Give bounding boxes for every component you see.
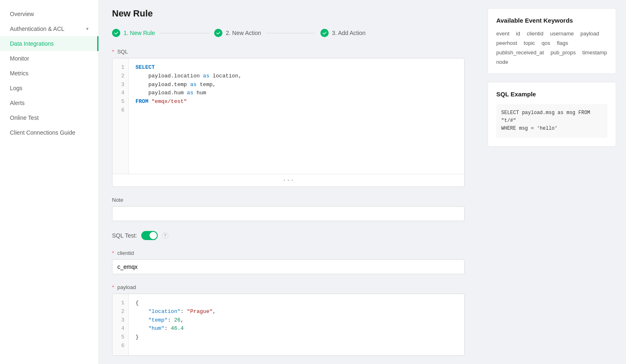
sidebar-item-auth[interactable]: Authentication & ACL ▾	[0, 21, 98, 36]
note-label: Note	[112, 197, 465, 203]
keyword-event[interactable]: event	[496, 30, 509, 37]
step-2: 2. New Action	[214, 29, 261, 37]
sql-editor-body: 123456 SELECT payload.location as locati…	[112, 58, 464, 174]
keyword-pub-props[interactable]: pub_props	[551, 49, 576, 56]
sidebar-item-online-test[interactable]: Online Test	[0, 110, 98, 125]
sidebar-label-auth: Authentication & ACL	[10, 26, 64, 32]
sidebar-label-online-test: Online Test	[10, 114, 39, 121]
sidebar-item-metrics[interactable]: Metrics	[0, 66, 98, 81]
step-connector-2	[266, 33, 315, 33]
keyword-flags[interactable]: flags	[557, 40, 568, 46]
clientid-input[interactable]	[112, 259, 465, 274]
sql-line-5: FROM "emqx/test"	[135, 98, 458, 106]
clientid-label: * clientid	[112, 250, 465, 256]
sidebar-item-monitor[interactable]: Monitor	[0, 51, 98, 66]
payload-line-numbers: 123456	[112, 294, 129, 355]
step-3: 3. Add Action	[320, 29, 366, 37]
sql-section: * SQL 123456 SELECT payload.location as …	[112, 49, 465, 187]
payload-body: 123456 { "location": "Prague", "temp": 2…	[112, 294, 464, 355]
sql-example-code: SELECT payload.msg as msg FROM "t/#" WHE…	[496, 104, 607, 138]
keyword-peerhost[interactable]: peerhost	[496, 40, 517, 46]
payload-line-2: "location": "Prague",	[135, 308, 458, 316]
sql-line-1: SELECT	[135, 63, 458, 72]
payload-section: * payload 123456 { "location": "Prague",…	[112, 284, 465, 356]
step-1: 1. New Rule	[112, 29, 155, 37]
sidebar-item-data-integrations[interactable]: Data Integrations	[0, 36, 98, 51]
keyword-timestamp[interactable]: timestamp	[582, 49, 607, 56]
right-panel: Available Event Keywords event id client…	[478, 0, 626, 364]
keywords-panel: Available Event Keywords event id client…	[488, 8, 616, 74]
keyword-node[interactable]: node	[496, 59, 508, 65]
sql-editor-footer: ···	[112, 174, 464, 187]
sql-example-line-2: WHERE msg = 'hello'	[501, 125, 603, 133]
keyword-clientid[interactable]: clientid	[527, 30, 543, 37]
sql-example-line-1: SELECT payload.msg as msg FROM "t/#"	[501, 109, 603, 125]
payload-code: { "location": "Prague", "temp": 26, "hum…	[129, 294, 464, 355]
sql-editor[interactable]: 123456 SELECT payload.location as locati…	[112, 58, 465, 187]
note-input[interactable]	[112, 206, 465, 221]
keyword-id[interactable]: id	[516, 30, 520, 37]
payload-line-6	[135, 342, 458, 350]
sql-line-4: payload.hum as hum	[135, 89, 458, 98]
sql-line-numbers: 123456	[112, 58, 129, 174]
keyword-username[interactable]: username	[550, 30, 574, 37]
sidebar: Overview Authentication & ACL ▾ Data Int…	[0, 0, 99, 364]
sql-field-label: * SQL	[112, 49, 465, 55]
sql-test-row: SQL Test: ?	[112, 231, 465, 240]
help-icon[interactable]: ?	[162, 232, 168, 239]
payload-line-5: }	[135, 333, 458, 342]
payload-line-1: {	[135, 299, 458, 308]
sql-required-marker: *	[112, 49, 114, 55]
step-2-icon	[214, 29, 222, 37]
sql-example-panel: SQL Example SELECT payload.msg as msg FR…	[488, 82, 616, 147]
keyword-topic[interactable]: topic	[524, 40, 535, 46]
sql-test-toggle[interactable]	[141, 231, 158, 240]
sidebar-label-monitor: Monitor	[10, 55, 29, 62]
step-3-icon	[320, 29, 329, 37]
sql-line-3: payload.temp as temp,	[135, 81, 458, 89]
chevron-icon: ▾	[86, 26, 89, 32]
keywords-grid: event id clientid username payload peerh…	[496, 30, 607, 65]
keyword-publish-received-at[interactable]: publish_received_at	[496, 49, 544, 56]
page-title: New Rule	[112, 8, 465, 19]
sidebar-label-client-guide: Client Connections Guide	[10, 129, 75, 136]
main-content: New Rule 1. New Rule 2. New Action 3. Ad…	[99, 0, 478, 364]
sql-line-6	[135, 106, 458, 115]
payload-required-marker: *	[112, 284, 114, 290]
sql-line-2: payload.location as location,	[135, 72, 458, 81]
payload-editor[interactable]: 123456 { "location": "Prague", "temp": 2…	[112, 294, 465, 356]
stepper: 1. New Rule 2. New Action 3. Add Action	[112, 29, 465, 37]
keyword-payload[interactable]: payload	[580, 30, 599, 37]
sidebar-item-logs[interactable]: Logs	[0, 81, 98, 96]
sidebar-item-alerts[interactable]: Alerts	[0, 96, 98, 110]
keywords-title: Available Event Keywords	[496, 17, 607, 24]
payload-label: * payload	[112, 284, 465, 290]
sidebar-item-overview[interactable]: Overview	[0, 7, 98, 21]
toggle-knob	[149, 232, 157, 239]
step-1-label: 1. New Rule	[124, 30, 155, 36]
step-connector-1	[160, 33, 209, 33]
payload-line-4: "hum": 46.4	[135, 324, 458, 333]
sidebar-label-logs: Logs	[10, 85, 22, 91]
sidebar-item-client-guide[interactable]: Client Connections Guide	[0, 125, 98, 140]
sidebar-label-data-integrations: Data Integrations	[10, 40, 54, 47]
clientid-section: * clientid	[112, 250, 465, 274]
sidebar-label-metrics: Metrics	[10, 70, 28, 77]
clientid-required-marker: *	[112, 250, 114, 256]
payload-line-3: "temp": 26,	[135, 316, 458, 325]
step-3-label: 3. Add Action	[332, 30, 366, 36]
sidebar-label-overview: Overview	[10, 11, 34, 17]
step-2-label: 2. New Action	[226, 30, 261, 36]
step-1-icon	[112, 29, 120, 37]
sidebar-label-alerts: Alerts	[10, 100, 25, 106]
sql-test-label: SQL Test:	[112, 232, 137, 239]
note-section: Note	[112, 197, 465, 221]
keyword-qos[interactable]: qos	[542, 40, 550, 46]
sql-example-title: SQL Example	[496, 91, 607, 98]
sql-code: SELECT payload.location as location, pay…	[129, 58, 464, 174]
